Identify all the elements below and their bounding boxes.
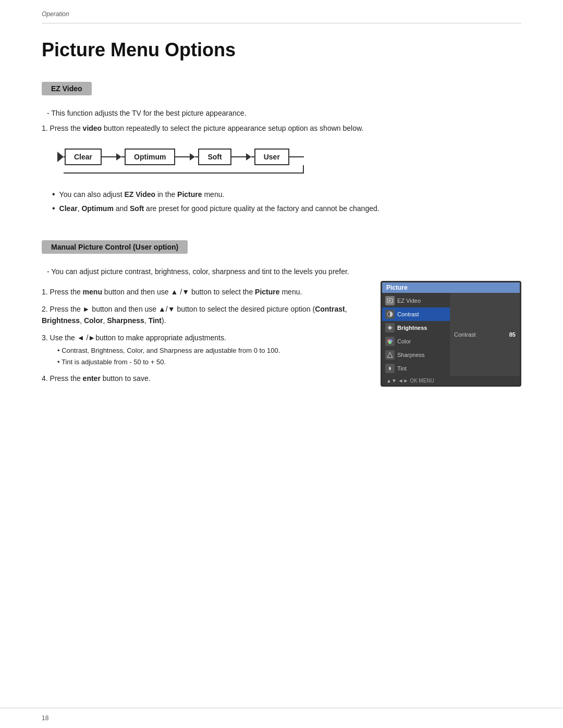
flow-box-soft: Soft	[198, 149, 231, 165]
manual-section: Manual Picture Control (User option) - Y…	[42, 240, 521, 389]
ez-video-section: EZ Video - This function adjusts the TV …	[42, 82, 521, 214]
instructions-col: 1. Press the menu button and then use ▲ …	[42, 281, 365, 389]
arrow-1	[102, 153, 125, 161]
tv-right-value: 85	[509, 331, 516, 338]
return-connector	[57, 165, 304, 174]
manual-step-4: 4. Press the enter button to save.	[42, 373, 365, 384]
tv-right-label: Contrast	[454, 331, 476, 338]
tv-icon-tint	[385, 364, 395, 373]
svg-point-3	[388, 326, 391, 329]
ez-video-description: - This function adjusts the TV for the b…	[47, 109, 521, 117]
arrow-3	[231, 153, 254, 161]
head-1	[116, 153, 121, 161]
manual-header: Manual Picture Control (User option)	[42, 240, 188, 254]
bullet-1: • You can also adjust EZ Video in the Pi…	[52, 189, 521, 200]
flow-diagram: Clear Optimum	[57, 149, 304, 174]
tv-menu-item-ezvideo: EZ Video	[382, 294, 450, 307]
tv-screen: Picture EZ Video	[381, 281, 521, 387]
manual-description: - You can adjust picture contrast, brigh…	[47, 267, 521, 276]
head-2	[190, 153, 195, 161]
tv-menu-item-brightness: Brightness	[382, 321, 450, 335]
flow-box-optimum: Optimum	[125, 149, 175, 165]
ez-video-header: EZ Video	[42, 82, 92, 95]
footer-bar: 18	[0, 708, 563, 728]
tv-menu-item-sharpness: Sharpness	[382, 348, 450, 362]
flow-row: Clear Optimum	[57, 149, 304, 165]
svg-marker-11	[387, 352, 393, 357]
manual-step-2: 2. Press the ► button and then use ▲/▼ b…	[42, 303, 365, 327]
tv-icon-ezvideo	[385, 296, 395, 305]
arrow-2	[175, 153, 198, 161]
line-1	[102, 156, 116, 157]
return-line-right	[64, 165, 304, 174]
ez-video-bullets: • You can also adjust EZ Video in the Pi…	[52, 189, 521, 214]
bullet-2: • Clear, Optimum and Soft are preset for…	[52, 203, 521, 214]
svg-marker-1	[389, 300, 391, 302]
sub-bullets: • Contrast, Brightness, Color, and Sharp…	[57, 346, 365, 367]
page-title: Picture Menu Options	[42, 39, 521, 61]
line-2	[175, 156, 190, 157]
tv-menu-right: Contrast 85	[450, 293, 520, 376]
tv-title-bar: Picture	[382, 282, 520, 293]
manual-step-3: 3. Use the ◄ /►button to make appropriat…	[42, 332, 365, 367]
flow-box-user: User	[254, 149, 289, 165]
header-label: Operation	[42, 10, 69, 18]
manual-step-1: 1. Press the menu button and then use ▲ …	[42, 286, 365, 298]
tv-menu-container: 1. Press the menu button and then use ▲ …	[42, 281, 521, 389]
page-number: 18	[42, 714, 48, 722]
sub-bullet-1: • Contrast, Brightness, Color, and Sharp…	[57, 346, 365, 356]
header-section: Operation	[42, 0, 521, 23]
step-1: 1. Press the video button repeatedly to …	[42, 122, 521, 134]
tv-menu-item-tint: Tint	[382, 362, 450, 375]
tv-menu-left: EZ Video Contrast	[382, 293, 450, 376]
tv-icon-brightness	[385, 323, 395, 332]
arrow-triangle	[57, 152, 64, 162]
head-3	[246, 153, 251, 161]
line-3	[231, 156, 246, 157]
video-bold: video	[83, 124, 102, 132]
tv-icon-contrast	[385, 310, 395, 319]
tv-menu-item-color: Color	[382, 335, 450, 348]
flow-box-clear: Clear	[65, 149, 102, 165]
tv-icon-color	[385, 337, 395, 346]
flow-start-arrow	[57, 152, 65, 162]
svg-point-10	[388, 341, 391, 344]
sub-bullet-2: • Tint is adjustable from - 50 to + 50.	[57, 357, 365, 367]
tv-footer: ▲▼ ◄► OK MENU	[382, 376, 520, 385]
tv-icon-sharpness	[385, 350, 395, 360]
tv-menu-body: EZ Video Contrast	[382, 293, 520, 376]
end-line	[289, 156, 304, 157]
tv-menu-item-contrast: Contrast	[382, 307, 450, 321]
